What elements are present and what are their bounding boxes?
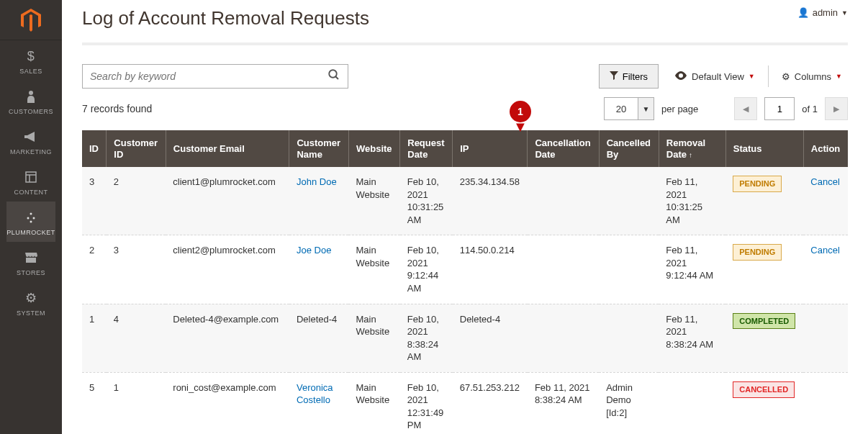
svg-point-8 [329,70,337,78]
cell: Feb 11, 2021 8:38:24 AM [528,372,599,434]
col-header[interactable]: ID [82,130,107,167]
page-input[interactable] [764,97,795,120]
col-header[interactable]: Cancelled By [599,130,659,167]
cell: Feb 11, 2021 9:12:44 AM [659,235,725,304]
next-page-button[interactable]: ▶ [825,97,848,120]
table-row: 32client1@plumrocket.comJohn DoeMain Web… [82,167,848,235]
person-icon [6,88,55,105]
gear-icon: ⚙ [6,289,55,307]
magento-logo[interactable] [0,0,62,40]
col-header[interactable]: Status [725,130,803,167]
cell: Feb 10, 2021 10:31:25 AM [400,167,453,235]
cell: CANCELLED [725,372,803,434]
cell: Deleted-4 [453,304,528,372]
status-badge: CANCELLED [733,381,795,398]
page-size-select[interactable]: 20 ▼ [604,97,654,120]
col-header[interactable]: Cancellation Date [528,130,599,167]
cell: 1 [82,304,107,372]
customer-name-link[interactable]: John Doe [297,176,337,187]
default-view-button[interactable]: Default View ▼ [669,71,761,82]
col-header[interactable]: Customer Name [289,130,348,167]
svg-point-0 [29,91,33,95]
divider [768,65,769,87]
sidebar-item-sales[interactable]: $SALES [6,40,55,81]
cell: 67.51.253.212 [453,372,528,434]
sidebar-item-system[interactable]: ⚙SYSTEM [6,282,55,322]
status-badge: PENDING [733,244,782,261]
cell: 114.50.0.214 [453,235,528,304]
customer-name-link[interactable]: Veronica Costello [297,382,333,406]
table-row: 23client2@plumrocket.comJoe DoeMain Webs… [82,235,848,304]
records-found: 7 records found [82,103,152,114]
cell: Veronica Costello [289,372,348,434]
filters-button[interactable]: Filters [599,64,659,89]
svg-point-7 [30,221,32,223]
col-header[interactable]: Customer Email [166,130,289,167]
cell: Main Website [348,167,399,235]
columns-button[interactable]: ⚙ Columns ▼ [776,71,848,82]
cell [659,372,725,434]
cell [803,372,848,434]
cell: Cancel [803,235,848,304]
svg-rect-1 [26,172,36,182]
cell: 3 [82,167,107,235]
status-badge: COMPLETED [733,313,795,330]
prev-page-button[interactable]: ◀ [734,97,757,120]
sidebar-item-plumrocket[interactable]: PLUMROCKET [6,202,55,242]
svg-point-6 [32,217,35,220]
svg-point-5 [27,217,29,220]
notification-bar [82,42,848,45]
status-badge: PENDING [733,176,782,192]
page-title: Log of Account Removal Requests [82,7,369,30]
cell: Deleted-4@example.com [166,304,289,372]
cell [528,304,599,372]
dots-icon [6,209,55,226]
cell: 1 [107,372,166,434]
cell: Feb 10, 2021 8:38:24 AM [400,304,453,372]
col-header[interactable]: Action [803,130,848,167]
cell: PENDING [725,167,803,235]
col-header[interactable]: Removal Date↑ [659,130,725,167]
cell: Main Website [348,304,399,372]
sidebar-item-content[interactable]: CONTENT [6,161,55,202]
cell: 235.34.134.58 [453,167,528,235]
admin-user-menu[interactable]: 👤 admin ▼ [797,7,848,18]
cell: 2 [82,235,107,304]
gear-icon: ⚙ [782,71,790,82]
chevron-down-icon[interactable]: ▼ [638,98,654,119]
col-header[interactable]: Website [348,130,399,167]
col-header[interactable]: IP [453,130,528,167]
cell: COMPLETED [725,304,803,372]
sidebar-item-marketing[interactable]: MARKETING [6,121,55,161]
cell: John Doe [289,167,348,235]
customer-name-link[interactable]: Joe Doe [297,245,331,256]
funnel-icon [610,71,618,82]
search-box[interactable] [82,64,348,89]
layout-icon [6,168,55,186]
svg-line-9 [335,76,338,79]
col-header[interactable]: Request Date [400,130,453,167]
cell: roni_cost@example.com [166,372,289,434]
user-icon: 👤 [797,7,809,18]
sidebar-item-customers[interactable]: CUSTOMERS [6,81,55,121]
cell: Feb 11, 2021 10:31:25 AM [659,167,725,235]
cell: 2 [107,167,166,235]
cell [599,304,659,372]
cancel-action-link[interactable]: Cancel [810,176,839,187]
cell: 4 [107,304,166,372]
cell: 3 [107,235,166,304]
$-icon: $ [6,48,55,65]
cell: 5 [82,372,107,434]
col-header[interactable]: Customer ID [107,130,166,167]
cancel-action-link[interactable]: Cancel [810,245,839,256]
sort-arrow-icon: ↑ [689,151,692,159]
cell: Feb 10, 2021 12:31:49 PM [400,372,453,434]
cell [528,235,599,304]
cell [528,167,599,235]
search-input[interactable] [90,71,327,82]
cell: Main Website [348,372,399,434]
search-icon[interactable] [327,68,340,85]
sidebar-item-stores[interactable]: STORES [6,242,55,282]
store-icon [6,249,55,266]
main-content: Log of Account Removal Requests 👤 admin … [62,0,868,434]
